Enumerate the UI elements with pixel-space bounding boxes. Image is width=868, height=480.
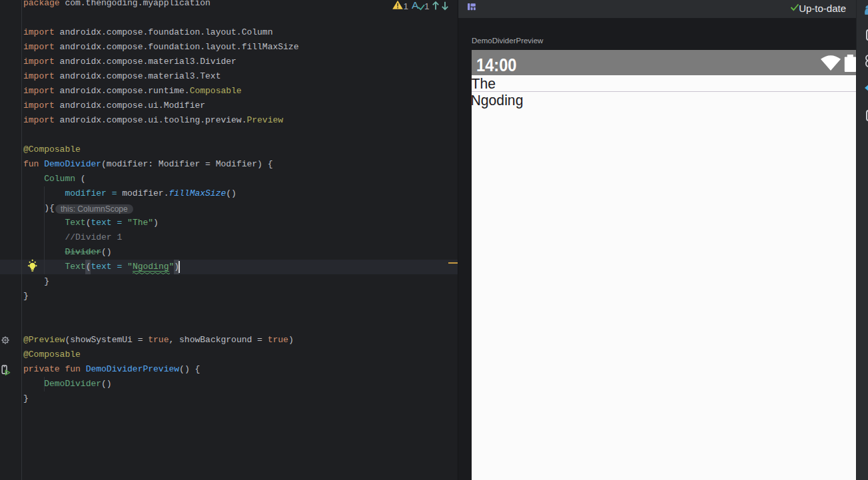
svg-text:1: 1 [424, 1, 430, 11]
svg-text:A: A [412, 0, 419, 11]
svg-text:1: 1 [404, 1, 409, 11]
